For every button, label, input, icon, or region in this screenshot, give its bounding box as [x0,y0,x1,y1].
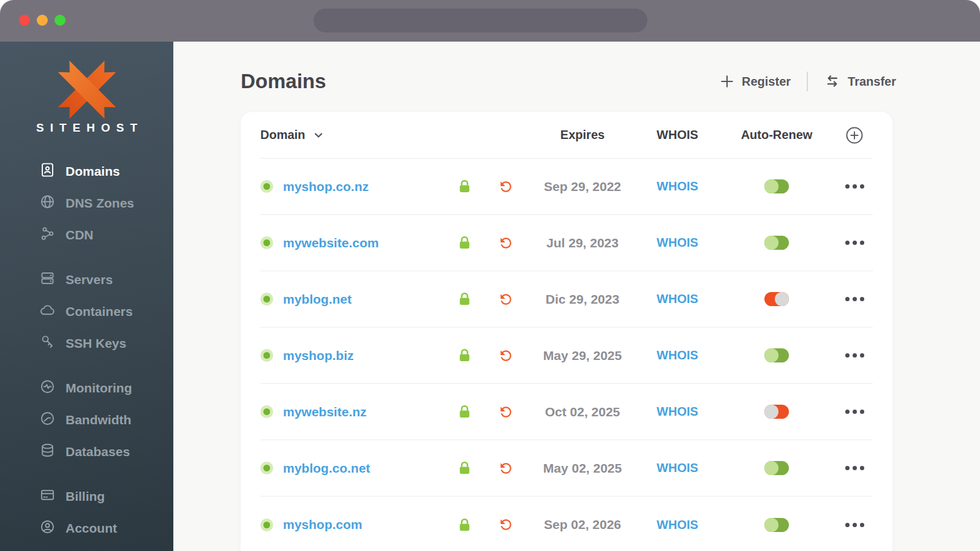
whois-link[interactable]: WHOIS [657,518,698,532]
lock-icon [457,235,472,250]
expires-cell: May 02, 2025 [527,461,638,476]
sitehost-logo: SITEHOST [0,42,173,135]
database-icon [39,442,56,462]
row-actions-menu-button[interactable] [836,241,873,245]
toggle-knob [764,236,778,250]
sidebar: SITEHOST DomainsDNS ZonesCDNServersConta… [0,42,173,551]
lock-icon [457,348,472,363]
auto-renew-toggle[interactable] [764,348,789,362]
row-actions-menu-button[interactable] [836,523,873,527]
sidebar-item-monitoring[interactable]: Monitoring [39,372,173,404]
sidebar-item-cdn[interactable]: CDN [39,219,173,251]
domain-link[interactable]: myshop.co.nz [283,179,369,194]
lock-icon [457,179,472,194]
transfer-button[interactable]: Transfer [824,73,896,90]
table-row: myshop.biz May 29, 2025 WHOIS [260,328,873,384]
sidebar-item-domains[interactable]: Domains [39,156,173,187]
sidebar-item-servers[interactable]: Servers [39,264,173,296]
expires-cell: Sep 02, 2026 [527,517,638,532]
domain-column-label: Domain [260,128,305,142]
expires-cell: Oct 02, 2025 [527,405,638,419]
table-row: mywebsite.nz Oct 02, 2025 WHOIS [260,384,873,440]
sidebar-item-ssh-keys[interactable]: SSH Keys [39,328,173,359]
close-window-button[interactable] [19,15,30,26]
sidebar-item-bandwidth[interactable]: Bandwidth [39,404,173,436]
server-icon [39,270,56,290]
toggle-knob [764,348,778,362]
register-button[interactable]: Register [719,73,791,89]
expires-cell: Dic 29, 2023 [527,292,638,307]
auto-renew-toggle[interactable] [764,292,789,306]
domain-link[interactable]: myshop.biz [283,348,354,363]
whois-link[interactable]: WHOIS [657,461,698,475]
main-content: Domains Register Transfer Doma [173,42,980,551]
auto-renew-toggle[interactable] [764,236,789,250]
maximize-window-button[interactable] [55,15,66,26]
gauge-icon [39,410,56,430]
row-actions-menu-button[interactable] [836,410,873,414]
whois-link[interactable]: WHOIS [657,179,698,193]
table-row: mywebsite.com Jul 29, 2023 WHOIS [260,215,873,271]
expires-cell: Sep 29, 2022 [527,179,638,194]
logo-wordmark: SITEHOST [36,121,143,135]
auto-renew-toggle[interactable] [764,461,789,475]
whois-link[interactable]: WHOIS [657,348,698,362]
chevron-down-icon [312,129,325,141]
row-actions-menu-button[interactable] [836,353,873,358]
network-icon [39,225,56,245]
domain-status-dot [260,293,273,305]
sidebar-item-label: Account [66,521,117,536]
table-body: myshop.co.nz Sep 29, 2022 WHOIS mywebsit… [260,159,873,551]
auto-renew-toggle[interactable] [764,405,789,419]
table-row: myshop.com Sep 02, 2026 WHOIS [260,497,873,551]
address-bar[interactable] [314,9,647,32]
renew-refresh-icon [498,179,514,195]
whois-link[interactable]: WHOIS [657,405,698,419]
sidebar-item-dns-zones[interactable]: DNS Zones [39,187,173,219]
add-domain-button[interactable] [836,126,873,144]
sidebar-item-containers[interactable]: Containers [39,296,173,328]
toggle-knob [764,405,778,419]
renew-refresh-icon [498,291,514,307]
page-title: Domains [241,70,326,93]
whois-link[interactable]: WHOIS [657,236,698,250]
sidebar-item-label: Containers [66,304,133,319]
sidebar-item-account[interactable]: Account [39,512,173,544]
auto-renew-toggle[interactable] [764,518,789,532]
sidebar-menu: DomainsDNS ZonesCDNServersContainersSSH … [0,156,173,544]
table-row: myblog.net Dic 29, 2023 WHOIS [260,271,873,328]
domain-link[interactable]: mywebsite.com [283,236,379,250]
renew-refresh-icon [498,517,514,533]
expires-column-label: Expires [527,128,638,142]
minimize-window-button[interactable] [37,15,48,26]
row-actions-menu-button[interactable] [836,466,873,470]
renew-refresh-icon [498,235,514,251]
lock-icon [457,404,472,419]
domains-table-card: Domain Expires WHOIS Auto-Renew myshop.c… [241,112,892,551]
header-divider [807,72,808,91]
address-book-icon [39,162,56,181]
domain-status-dot [260,349,273,362]
row-actions-menu-button[interactable] [836,184,873,189]
plus-icon [719,73,735,89]
toggle-knob [764,461,778,475]
domain-link[interactable]: myblog.co.net [283,461,370,476]
domain-status-dot [260,405,273,418]
row-actions-menu-button[interactable] [836,297,873,301]
window-titlebar [0,0,980,42]
domain-link[interactable]: myblog.net [283,292,352,307]
sidebar-item-label: Billing [66,489,105,504]
sidebar-item-label: CDN [66,228,94,242]
key-icon [39,334,56,353]
domain-status-dot [260,180,273,193]
table-row: myshop.co.nz Sep 29, 2022 WHOIS [260,159,873,215]
sort-by-domain-header[interactable]: Domain [260,128,444,142]
auto-renew-toggle[interactable] [764,179,789,193]
domain-link[interactable]: myshop.com [283,517,363,532]
whois-link[interactable]: WHOIS [657,292,698,306]
toggle-knob [764,518,778,532]
domain-link[interactable]: mywebsite.nz [283,405,367,419]
sidebar-item-databases[interactable]: Databases [39,436,173,468]
lock-icon [457,460,472,476]
sidebar-item-billing[interactable]: Billing [39,481,173,512]
